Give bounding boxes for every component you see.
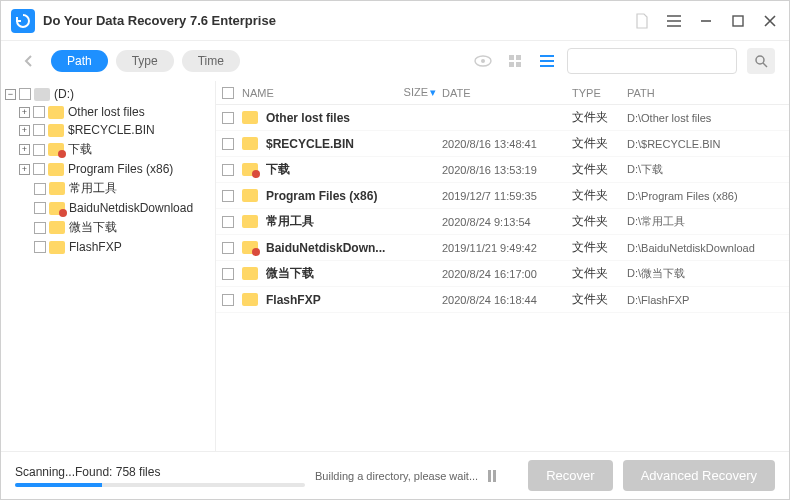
column-header: NAME SIZE▾ DATE TYPE PATH — [216, 81, 789, 105]
maximize-button[interactable] — [729, 12, 747, 30]
file-type: 文件夹 — [572, 213, 627, 230]
file-date: 2019/12/7 11:59:35 — [442, 190, 572, 202]
file-type: 文件夹 — [572, 135, 627, 152]
search-input[interactable] — [572, 54, 732, 68]
checkbox-all[interactable] — [222, 87, 234, 99]
file-name: 下载 — [266, 161, 290, 178]
checkbox[interactable] — [33, 106, 45, 118]
file-row[interactable]: 常用工具2020/8/24 9:13:54文件夹D:\常用工具 — [216, 209, 789, 235]
file-row[interactable]: FlashFXP2020/8/24 16:18:44文件夹D:\FlashFXP — [216, 287, 789, 313]
tree-item[interactable]: FlashFXP — [3, 238, 213, 256]
svg-point-7 — [756, 56, 764, 64]
titlebar: Do Your Data Recovery 7.6 Enterprise — [1, 1, 789, 41]
file-row[interactable]: 微当下载2020/8/24 16:17:00文件夹D:\微当下载 — [216, 261, 789, 287]
tree-item[interactable]: 常用工具 — [3, 178, 213, 199]
checkbox[interactable] — [19, 88, 31, 100]
checkbox[interactable] — [33, 163, 45, 175]
checkbox[interactable] — [222, 138, 234, 150]
col-name[interactable]: NAME — [242, 87, 392, 99]
grid-view-icon[interactable] — [503, 49, 527, 73]
pause-button[interactable] — [488, 470, 506, 482]
preview-icon[interactable] — [471, 49, 495, 73]
checkbox[interactable] — [34, 183, 46, 195]
search-button[interactable] — [747, 48, 775, 74]
expander-icon[interactable]: + — [19, 164, 30, 175]
checkbox[interactable] — [34, 202, 46, 214]
file-row[interactable]: Program Files (x86)2019/12/7 11:59:35文件夹… — [216, 183, 789, 209]
tree-item[interactable]: +$RECYCLE.BIN — [3, 121, 213, 139]
checkbox[interactable] — [33, 144, 45, 156]
folder-icon — [48, 163, 64, 176]
file-path: D:\$RECYCLE.BIN — [627, 138, 789, 150]
tree-item[interactable]: +下载 — [3, 139, 213, 160]
expander-icon[interactable]: − — [5, 89, 16, 100]
col-path[interactable]: PATH — [627, 87, 789, 99]
checkbox[interactable] — [222, 216, 234, 228]
file-date: 2019/11/21 9:49:42 — [442, 242, 572, 254]
main-area: − (D:) +Other lost files+$RECYCLE.BIN+下载… — [1, 81, 789, 451]
folder-icon — [242, 267, 258, 280]
file-row[interactable]: 下载2020/8/16 13:53:19文件夹D:\下载 — [216, 157, 789, 183]
col-type[interactable]: TYPE — [572, 87, 627, 99]
document-icon[interactable] — [633, 12, 651, 30]
file-row[interactable]: Other lost files文件夹D:\Other lost files — [216, 105, 789, 131]
sidebar-tree[interactable]: − (D:) +Other lost files+$RECYCLE.BIN+下载… — [1, 81, 216, 451]
expander-icon[interactable]: + — [19, 107, 30, 118]
expander-icon[interactable]: + — [19, 125, 30, 136]
filter-type[interactable]: Type — [116, 50, 174, 72]
tree-item-label: 常用工具 — [69, 180, 117, 197]
file-type: 文件夹 — [572, 291, 627, 308]
file-path: D:\微当下载 — [627, 266, 789, 281]
file-name: 常用工具 — [266, 213, 314, 230]
checkbox[interactable] — [222, 242, 234, 254]
recover-button[interactable]: Recover — [528, 460, 612, 491]
minimize-button[interactable] — [697, 12, 715, 30]
folder-icon — [49, 241, 65, 254]
search-box[interactable] — [567, 48, 737, 74]
file-row[interactable]: BaiduNetdiskDown...2019/11/21 9:49:42文件夹… — [216, 235, 789, 261]
tree-item[interactable]: +Other lost files — [3, 103, 213, 121]
svg-rect-6 — [516, 62, 521, 67]
file-type: 文件夹 — [572, 265, 627, 282]
file-name: Other lost files — [266, 111, 350, 125]
file-date: 2020/8/24 9:13:54 — [442, 216, 572, 228]
col-size[interactable]: SIZE▾ — [392, 86, 442, 99]
drive-icon — [34, 88, 50, 101]
tree-item[interactable]: 微当下载 — [3, 217, 213, 238]
checkbox[interactable] — [222, 268, 234, 280]
list-view-icon[interactable] — [535, 49, 559, 73]
tree-item[interactable]: +Program Files (x86) — [3, 160, 213, 178]
checkbox[interactable] — [222, 164, 234, 176]
tree-root[interactable]: − (D:) — [3, 85, 213, 103]
close-button[interactable] — [761, 12, 779, 30]
filter-time[interactable]: Time — [182, 50, 240, 72]
folder-icon — [242, 215, 258, 228]
filter-path[interactable]: Path — [51, 50, 108, 72]
checkbox[interactable] — [33, 124, 45, 136]
menu-icon[interactable] — [665, 12, 683, 30]
progress-bar — [15, 483, 305, 487]
file-path: D:\常用工具 — [627, 214, 789, 229]
file-row[interactable]: $RECYCLE.BIN2020/8/16 13:48:41文件夹D:\$REC… — [216, 131, 789, 157]
checkbox[interactable] — [222, 190, 234, 202]
file-type: 文件夹 — [572, 239, 627, 256]
checkbox[interactable] — [34, 222, 46, 234]
checkbox[interactable] — [222, 294, 234, 306]
file-name: FlashFXP — [266, 293, 321, 307]
svg-rect-5 — [509, 62, 514, 67]
app-title: Do Your Data Recovery 7.6 Enterprise — [43, 13, 633, 28]
folder-icon — [49, 221, 65, 234]
file-date: 2020/8/16 13:48:41 — [442, 138, 572, 150]
advanced-recovery-button[interactable]: Advanced Recovery — [623, 460, 775, 491]
file-path: D:\BaiduNetdiskDownload — [627, 242, 789, 254]
tree-item[interactable]: BaiduNetdiskDownload — [3, 199, 213, 217]
file-type: 文件夹 — [572, 187, 627, 204]
file-name: $RECYCLE.BIN — [266, 137, 354, 151]
expander-icon[interactable]: + — [19, 144, 30, 155]
back-button[interactable] — [15, 47, 43, 75]
file-name: BaiduNetdiskDown... — [266, 241, 385, 255]
checkbox[interactable] — [34, 241, 46, 253]
col-date[interactable]: DATE — [442, 87, 572, 99]
tree-item-label: Other lost files — [68, 105, 145, 119]
checkbox[interactable] — [222, 112, 234, 124]
